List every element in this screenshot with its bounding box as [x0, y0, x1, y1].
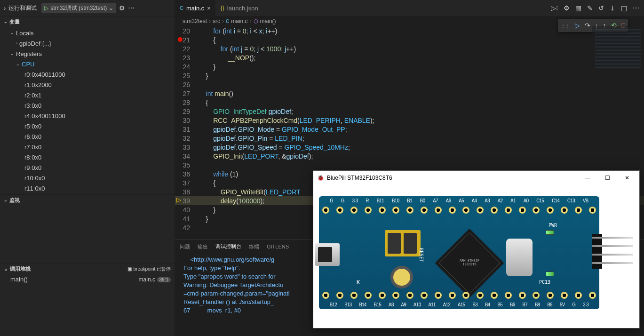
register-row[interactable]: r10: 0x0 [0, 173, 175, 183]
stm32-chip: ARM STM32F 103C8T6 [435, 228, 504, 297]
chip-text: ARM STM32F 103C8T6 [457, 259, 482, 266]
code-line[interactable]: 22 for (int j = 0; j < 1000; j++) [175, 44, 644, 53]
code-line[interactable]: 32 gpioDef.GPIO_Pin = LED_PIN; [175, 134, 644, 143]
code-line[interactable]: 26 [175, 80, 644, 89]
tab-main-c[interactable]: C main.c × [175, 0, 216, 16]
download-icon[interactable]: ⤓ [610, 4, 615, 12]
breakpoint-icon[interactable] [178, 37, 183, 42]
pin-labels-top: GG3.3RB11B10B1B0A7A6A5A4A3A2A1A0C15C14C1… [326, 198, 592, 203]
gear-icon[interactable]: ⚙ [119, 4, 125, 12]
code-line[interactable]: 34 GPIO_Init(LED_PORT, &gpioDef); [175, 152, 644, 160]
chevron-down-icon: ⌄ [4, 198, 8, 202]
code-line[interactable]: 31 gpioDef.GPIO_Mode = GPIO_Mode_Out_PP; [175, 125, 644, 134]
c-file-icon: C [226, 19, 229, 24]
pwr-label: PWR [549, 223, 557, 228]
register-row[interactable]: r11: 0x0 [0, 183, 175, 193]
close-button[interactable]: ✕ [619, 175, 636, 181]
debug-run-icon[interactable]: ▷⁝ [551, 4, 558, 12]
code-line[interactable]: 33 gpioDef.GPIO_Speed = GPIO_Speed_10MHz… [175, 143, 644, 152]
swd-header [592, 234, 634, 269]
play-icon: ▷ [44, 5, 48, 11]
code-line[interactable]: 28 { [175, 98, 644, 107]
current-line-icon: ▷ [176, 196, 181, 203]
panel-tab-terminal[interactable]: 终端 [249, 241, 259, 252]
chevron-right-icon: › [4, 5, 6, 12]
callstack-file: main.c [139, 276, 155, 283]
code-line[interactable]: 30 RCC_APB2PeriphClockCmd(LED_PERIPH, EN… [175, 116, 644, 125]
pin-labels-bottom: B12B13B14B15A8A9A10A11A12A15B3B4B5B6B7B8… [326, 302, 592, 307]
pc13-label: PC13 [539, 280, 550, 285]
reset-button[interactable] [390, 266, 413, 288]
cpu-header[interactable]: ⌄ CPU [0, 59, 175, 69]
brush-icon[interactable]: ✎ [587, 4, 593, 12]
chevron-down-icon: ⌄ [16, 62, 20, 66]
code-line[interactable]: 25 } [175, 71, 644, 80]
register-row[interactable]: r6: 0x0 [0, 131, 175, 142]
panel-tab-debug-console[interactable]: 调试控制台 [215, 241, 241, 252]
sidebar-title: 运行和调试 [8, 4, 39, 12]
callstack-title: 调用堆栈 [10, 265, 31, 272]
more-icon[interactable]: ⋯ [633, 4, 639, 12]
callstack-header[interactable]: ⌄ 调用堆栈 ▣ breakpoint 已暂停 [0, 264, 175, 274]
chevron-right-icon: › [16, 41, 17, 46]
register-row[interactable]: r1: 0x2000 [0, 80, 175, 90]
register-row[interactable]: r2: 0x1 [0, 90, 175, 100]
bluepill-window[interactable]: 🐞 BluePill STM32F103C8T6 — ☐ ✕ GG3.3RB11… [313, 170, 640, 328]
watch-header[interactable]: ⌄ 监视 [0, 195, 175, 205]
panel-tab-problems[interactable]: 问题 [180, 241, 190, 252]
gear-icon[interactable]: ⚙ [564, 4, 570, 12]
debug-sidebar: › 运行和调试 ▷ stm32调试 (stm32test) ⌄ ⚙ ⋯ ⌄ 变量… [0, 0, 175, 336]
package-icon[interactable]: ▦ [575, 4, 581, 12]
chevron-down-icon: ⌄ [10, 51, 14, 56]
variables-header[interactable]: ⌄ 变量 [0, 16, 175, 27]
bluepill-titlebar[interactable]: 🐞 BluePill STM32F103C8T6 — ☐ ✕ [313, 171, 639, 185]
launch-config-label: stm32调试 (stm32test) [50, 4, 107, 12]
code-line[interactable]: 24 } [175, 62, 644, 71]
registers-header[interactable]: ⌄ Registers [0, 48, 175, 59]
maximize-button[interactable]: ☐ [599, 175, 616, 181]
json-file-icon: {} [221, 5, 224, 11]
more-icon[interactable]: ⋯ [128, 4, 135, 12]
code-line[interactable]: 21 { [175, 35, 644, 44]
watch-title: 监视 [9, 197, 20, 204]
k-label: K [357, 279, 360, 286]
register-row[interactable]: r4: 0x40011000 [0, 111, 175, 121]
chevron-down-icon: ⌄ [109, 5, 113, 11]
pc13-led [546, 272, 554, 276]
panel-tab-output[interactable]: 输出 [198, 241, 208, 252]
minimize-button[interactable]: — [579, 175, 596, 181]
callstack-frame[interactable]: main() main.c 39:1 [0, 274, 175, 284]
variable-gpiodef[interactable]: › gpioDef: {...} [0, 38, 175, 48]
usb-connector [315, 243, 340, 266]
callstack-fn: main() [10, 276, 28, 283]
chevron-down-icon: ⌄ [4, 266, 8, 272]
crystal-oscillator [506, 239, 533, 276]
split-icon[interactable]: ◫ [621, 4, 627, 12]
variables-title: 变量 [9, 18, 20, 25]
history-icon[interactable]: ↺ [598, 4, 604, 12]
pin-holes-top [319, 207, 599, 214]
chevron-down-icon: ⌄ [4, 19, 8, 24]
code-line[interactable]: 35 [175, 160, 644, 169]
register-row[interactable]: r3: 0x0 [0, 100, 175, 111]
close-icon[interactable]: × [207, 5, 211, 12]
cpu-label: CPU [22, 61, 34, 68]
code-line[interactable]: 23 __NOP(); [175, 53, 644, 62]
boot-jumpers[interactable] [385, 230, 421, 256]
register-row[interactable]: r5: 0x0 [0, 121, 175, 131]
register-row[interactable]: r8: 0x0 [0, 152, 175, 162]
chevron-down-icon: ⌄ [10, 31, 14, 35]
editor-tabs: C main.c × {} launch.json ▷⁝ ⚙ ▦ ✎ ↺ ⤓ ◫… [175, 0, 644, 16]
tab-launch-json[interactable]: {} launch.json [216, 0, 263, 16]
symbol-function-icon: ⬡ [254, 18, 258, 24]
launch-config-selector[interactable]: ▷ stm32调试 (stm32test) ⌄ [41, 3, 116, 13]
panel-tab-gitlens[interactable]: GITLENS [267, 242, 289, 251]
register-row[interactable]: r9: 0x0 [0, 162, 175, 173]
code-line[interactable]: 20 for (int i = 0; i < x; i++) [175, 26, 644, 35]
register-row[interactable]: r0: 0x40011000 [0, 69, 175, 80]
register-row[interactable]: r7: 0x0 [0, 142, 175, 152]
bluepill-board: GG3.3RB11B10B1B0A7A6A5A4A3A2A1A0C15C14C1… [319, 190, 611, 321]
locals-header[interactable]: ⌄ Locals [0, 28, 175, 38]
code-line[interactable]: 27 int main() [175, 89, 644, 98]
code-line[interactable]: 29 GPIO_InitTypeDef gpioDef; [175, 107, 644, 116]
